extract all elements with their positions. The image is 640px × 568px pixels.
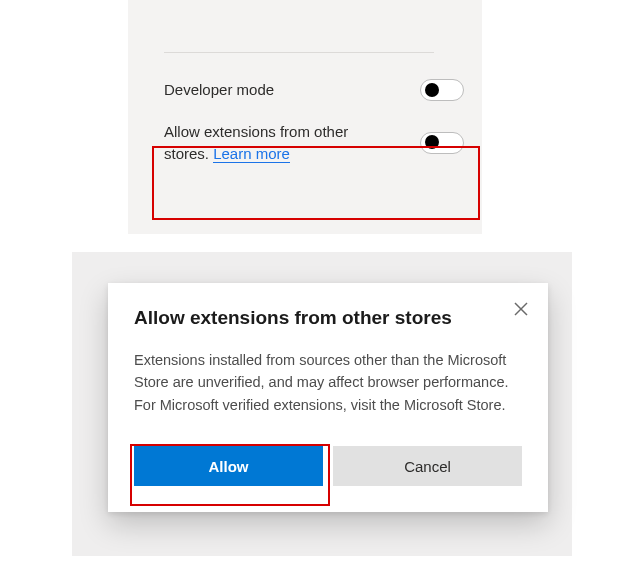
toggle-knob — [425, 83, 439, 97]
developer-mode-label: Developer mode — [164, 81, 274, 98]
cancel-button[interactable]: Cancel — [333, 446, 522, 486]
divider — [164, 52, 434, 53]
dialog-buttons: Allow Cancel — [134, 446, 522, 486]
setting-allow-other-stores: Allow extensions from other stores. Lear… — [164, 117, 464, 169]
allow-extensions-dialog: Allow extensions from other stores Exten… — [108, 283, 548, 512]
setting-developer-mode: Developer mode — [164, 75, 464, 105]
learn-more-link[interactable]: Learn more — [213, 145, 290, 163]
allow-button[interactable]: Allow — [134, 446, 323, 486]
toggle-knob — [425, 135, 439, 149]
close-button[interactable] — [512, 301, 530, 319]
developer-mode-toggle[interactable] — [420, 79, 464, 101]
dialog-body: Extensions installed from sources other … — [134, 349, 522, 416]
allow-other-stores-toggle[interactable] — [420, 132, 464, 154]
dialog-title: Allow extensions from other stores — [134, 307, 522, 329]
close-icon — [513, 301, 529, 317]
settings-panel: Developer mode Allow extensions from oth… — [128, 0, 482, 234]
